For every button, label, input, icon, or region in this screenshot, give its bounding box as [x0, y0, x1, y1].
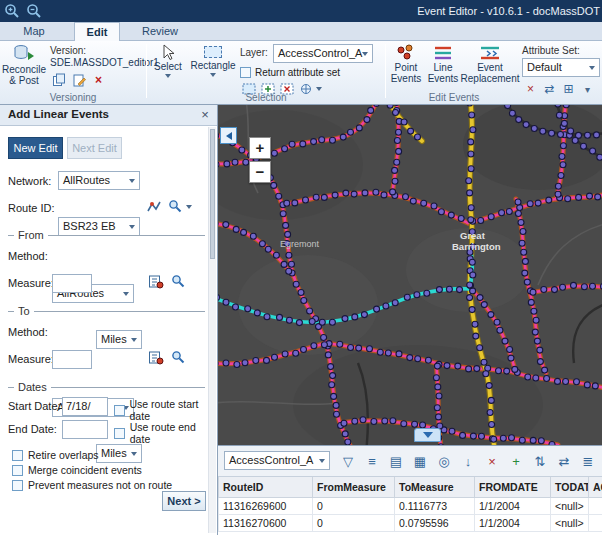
use-route-start-date-label: Use route start date	[130, 398, 217, 422]
collapse-panel-button[interactable]	[220, 127, 237, 144]
selection-group-label: Selection	[147, 92, 385, 103]
zoom-in-button[interactable]: +	[249, 137, 271, 159]
chevron-down-icon[interactable]: ▾	[579, 81, 596, 97]
col-frommeasure[interactable]: FromMeasure	[313, 477, 395, 497]
col-todate[interactable]: TODATE	[551, 477, 589, 497]
network-dropdown[interactable]: AllRoutes	[58, 171, 140, 190]
reconcile-post-button[interactable]: Reconcile & Post	[2, 44, 46, 86]
point-events-button[interactable]: Point Events	[388, 44, 424, 84]
rectangle-icon	[204, 46, 222, 58]
map-label-barrington: Barrington	[452, 241, 501, 252]
clear-attributes-icon[interactable]: ×	[522, 81, 539, 97]
switch-selection-icon[interactable]: ⇄	[554, 452, 574, 471]
from-section-divider: From	[8, 229, 205, 241]
zoom-to-to-measure-icon[interactable]	[171, 350, 186, 365]
prevent-measures-checkbox[interactable]	[12, 480, 23, 491]
route-id-label: Route ID:	[8, 202, 54, 214]
zoom-to-route-icon[interactable]	[168, 199, 183, 214]
selected-records-icon[interactable]: ▤	[386, 452, 406, 471]
col-routeid[interactable]: RouteID	[219, 477, 313, 497]
chevron-down-icon[interactable]	[316, 87, 322, 91]
table-panel-toggle[interactable]	[414, 428, 441, 442]
transfer-attributes-icon[interactable]: ⇄	[541, 81, 558, 97]
return-attribute-set-checkbox[interactable]	[240, 67, 251, 78]
col-ac[interactable]: AC	[589, 477, 602, 497]
return-attribute-set-label: Return attribute set	[255, 67, 340, 78]
point-events-icon	[395, 44, 417, 62]
add-record-icon[interactable]: +	[506, 452, 526, 471]
list-records-icon[interactable]: ≡	[362, 452, 382, 471]
zoom-out-magnifier-icon[interactable]	[26, 3, 43, 20]
copy-version-icon[interactable]	[50, 72, 67, 88]
select-tool-button[interactable]: Select	[150, 44, 186, 78]
new-edit-button[interactable]: New Edit	[8, 137, 63, 159]
panel-title: Add Linear Events	[8, 108, 109, 120]
table-row[interactable]: 1131626960000.1116773 1/1/2004<null>	[219, 497, 602, 514]
use-route-start-date-row: Use route start date	[114, 398, 217, 422]
ribbon-group-versioning: Reconcile & Post Version: SDE.MASSDOT_ed…	[0, 41, 146, 104]
attribute-set-dropdown[interactable]: Default	[522, 58, 600, 77]
end-date-label: End Date:	[8, 423, 57, 435]
attribute-grid-icon[interactable]: ⊞	[560, 81, 577, 97]
pick-to-measure-icon[interactable]	[148, 350, 164, 366]
retire-overlaps-checkbox[interactable]	[12, 450, 23, 461]
tab-map[interactable]: Map	[12, 23, 56, 40]
sort-icon[interactable]: ⇅	[530, 452, 550, 471]
use-route-end-date-checkbox[interactable]	[114, 428, 125, 439]
chevron-down-icon[interactable]	[186, 205, 192, 209]
ribbon: Reconcile & Post Version: SDE.MASSDOT_ed…	[0, 41, 602, 105]
use-route-start-date-checkbox[interactable]	[114, 405, 125, 416]
event-replacement-button[interactable]: Event Replacement	[462, 44, 518, 84]
ribbon-group-edit-events: Point Events Line Events Ev	[386, 41, 602, 104]
to-measure-input[interactable]	[52, 350, 92, 369]
to-method-label: Method:	[8, 326, 48, 338]
line-events-button[interactable]: Line Events	[426, 44, 460, 84]
tab-review[interactable]: Review	[134, 23, 186, 40]
col-tomeasure[interactable]: ToMeasure	[395, 477, 475, 497]
table-row[interactable]: 1131627060000.0795596 1/1/2004<null>	[219, 514, 602, 531]
tab-edit[interactable]: Edit	[74, 22, 120, 41]
prevent-measures-label: Prevent measures not on route	[28, 479, 172, 491]
layer-label: Layer:	[240, 47, 268, 58]
scrollbar-thumb[interactable]	[210, 129, 215, 259]
edit-events-group-label: Edit Events	[386, 92, 522, 103]
versioning-tools: ×	[50, 72, 107, 88]
to-unit-dropdown[interactable]: Miles	[96, 444, 142, 463]
panel-scrollbar[interactable]	[208, 127, 216, 533]
attribute-table-panel: AccessControl_A ▽ ≡ ▤ ▦ ◎ ↓ × + ⇅ ⇄ ≣ Ro…	[218, 445, 602, 535]
edit-version-icon[interactable]	[70, 72, 87, 88]
next-edit-button[interactable]: Next Edit	[67, 137, 122, 159]
zoom-to-selected-icon[interactable]: ◎	[434, 452, 454, 471]
delete-version-icon[interactable]: ×	[90, 72, 107, 88]
clear-selection-icon[interactable]: ×	[482, 452, 502, 471]
event-editor-app: Event Editor - v10.6.1 - docMassDOT Map …	[0, 0, 602, 535]
filter-icon[interactable]: ▽	[338, 452, 358, 471]
use-route-end-date-label: Use route end date	[130, 421, 217, 445]
table-layer-dropdown[interactable]: AccessControl_A	[224, 451, 330, 470]
from-measure-input[interactable]	[52, 274, 92, 293]
attribute-set-label: Attribute Set:	[522, 45, 580, 56]
merge-coincident-row: Merge coincident events	[12, 464, 142, 476]
zoom-out-button[interactable]: −	[249, 161, 271, 183]
next-button[interactable]: Next >	[162, 491, 206, 511]
export-icon[interactable]: ↓	[458, 452, 478, 471]
map-label-egremont: Egremont	[280, 239, 320, 249]
zoom-to-from-measure-icon[interactable]	[171, 274, 186, 289]
layer-dropdown[interactable]: AccessControl_A	[273, 44, 373, 63]
start-date-input[interactable]	[62, 397, 108, 416]
map-canvas[interactable]: Egremont Great Barrington + −	[218, 105, 602, 445]
table-options-icon[interactable]: ≣	[578, 452, 598, 471]
retire-overlaps-row: Retire overlaps	[12, 449, 99, 461]
merge-coincident-checkbox[interactable]	[12, 465, 23, 476]
close-icon[interactable]: ×	[198, 107, 212, 122]
version-value: SDE.MASSDOT_editor1	[50, 57, 159, 68]
from-unit-dropdown[interactable]: Miles	[96, 330, 142, 349]
zoom-in-magnifier-icon[interactable]	[4, 3, 21, 20]
select-route-on-map-icon[interactable]	[146, 199, 162, 215]
table-grid-icon[interactable]: ▦	[410, 452, 430, 471]
rectangle-tool-button[interactable]: Rectangle	[189, 44, 237, 77]
end-date-input[interactable]	[62, 420, 108, 439]
prevent-measures-row: Prevent measures not on route	[12, 479, 172, 491]
pick-from-measure-icon[interactable]	[148, 274, 164, 290]
col-fromdate[interactable]: FROMDATE	[475, 477, 551, 497]
